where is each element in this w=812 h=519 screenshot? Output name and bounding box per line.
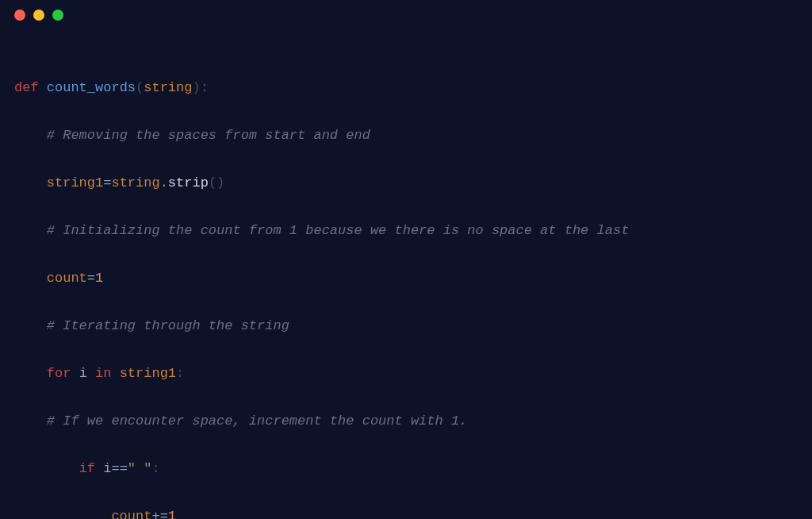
variable: string1	[120, 366, 176, 381]
number: 1	[95, 271, 103, 286]
close-icon[interactable]	[14, 10, 25, 21]
parameter: string	[144, 80, 192, 95]
indent	[14, 318, 47, 333]
operator: +=	[151, 509, 167, 519]
code-editor[interactable]: def count_words(string): # Removing the …	[0, 30, 812, 519]
indent	[14, 223, 47, 238]
number: 1	[168, 509, 176, 519]
code-line: # Removing the spaces from start and end	[14, 124, 798, 148]
variable: i	[103, 461, 111, 476]
paren: )	[192, 80, 200, 95]
indent	[14, 413, 47, 429]
comment: # Iterating through the string	[47, 318, 289, 333]
operator: =	[87, 271, 95, 286]
indent	[14, 366, 47, 381]
comment: # Removing the spaces from start and end	[47, 128, 370, 143]
minimize-icon[interactable]	[33, 10, 44, 21]
keyword-for: for	[47, 366, 79, 381]
indent	[14, 175, 47, 190]
window-titlebar	[0, 0, 812, 30]
method: strip	[168, 175, 209, 190]
keyword-in: in	[87, 366, 120, 381]
indent	[14, 128, 47, 143]
maximize-icon[interactable]	[52, 10, 63, 21]
code-line: string1=string.strip()	[14, 171, 798, 195]
code-line: def count_words(string):	[14, 76, 798, 100]
indent	[14, 461, 79, 476]
paren: ()	[209, 175, 224, 190]
comment: # If we encounter space, increment the c…	[47, 413, 468, 429]
variable: string	[111, 175, 159, 190]
indent	[14, 271, 47, 286]
code-line: if i==" ":	[14, 457, 798, 481]
keyword-def: def	[14, 80, 47, 95]
code-line: count+=1	[14, 505, 798, 519]
indent	[14, 509, 111, 519]
operator: ==	[111, 461, 127, 476]
variable: count	[47, 271, 87, 286]
variable: string1	[47, 175, 103, 190]
keyword-if: if	[79, 461, 104, 476]
colon: :	[201, 80, 209, 95]
code-line: for i in string1:	[14, 362, 798, 386]
comment: # Initializing the count from 1 because …	[47, 223, 630, 238]
operator: .	[160, 175, 168, 190]
variable: count	[111, 509, 151, 519]
variable: i	[79, 366, 87, 381]
code-line: # If we encounter space, increment the c…	[14, 409, 798, 433]
code-line: # Initializing the count from 1 because …	[14, 219, 798, 243]
colon: :	[176, 366, 184, 381]
operator: =	[103, 175, 111, 190]
function-name: count_words	[47, 80, 136, 95]
code-line: count=1	[14, 267, 798, 290]
paren: (	[136, 80, 144, 95]
string: " "	[128, 461, 152, 476]
colon: :	[151, 461, 159, 476]
code-line: # Iterating through the string	[14, 314, 798, 338]
